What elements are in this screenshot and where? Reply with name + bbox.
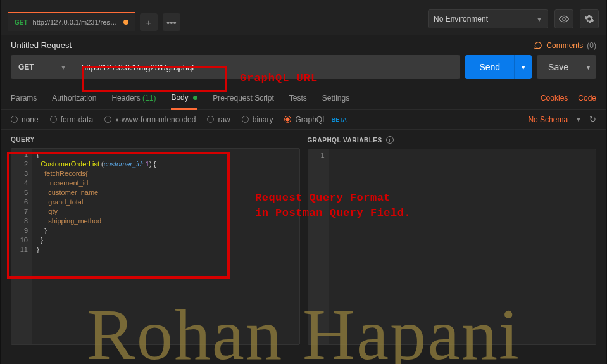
http-method-select[interactable]: GET ▼ [11, 55, 74, 79]
graphql-query-editor[interactable]: 1 2 3 4 5 6 7 8 9 10 11 { CustomerOrderL… [11, 148, 300, 345]
radio-icon [207, 116, 214, 123]
body-type-graphql[interactable]: GraphQLBETA [284, 115, 346, 124]
radio-icon [11, 116, 18, 123]
radio-icon [242, 116, 249, 123]
tab-overflow-button[interactable]: ••• [163, 13, 180, 31]
code-link[interactable]: Code [578, 94, 596, 103]
tab-settings[interactable]: Settings [322, 87, 349, 109]
svg-point-0 [563, 18, 565, 20]
tab-method-label: GET [15, 19, 28, 26]
chevron-down-icon: ▼ [536, 16, 542, 23]
environment-preview-button[interactable] [554, 9, 573, 28]
radio-icon [50, 116, 57, 123]
environment-label: No Environment [434, 15, 488, 23]
save-options-button[interactable]: ▼ [580, 55, 596, 79]
refresh-schema-button[interactable]: ↻ [589, 115, 596, 124]
eye-icon [559, 14, 569, 24]
environment-select[interactable]: No Environment ▼ [428, 9, 548, 28]
chevron-down-icon: ▼ [60, 64, 66, 71]
http-method-label: GET [18, 63, 34, 72]
tab-headers[interactable]: Headers (11) [111, 87, 156, 109]
body-type-raw[interactable]: raw [207, 115, 230, 124]
body-type-x-www-form-urlencoded[interactable]: x-www-form-urlencoded [104, 115, 196, 124]
line-gutter: 1 2 3 4 5 6 7 8 9 10 11 [11, 149, 32, 344]
info-icon[interactable]: i [386, 136, 394, 144]
tab-tests[interactable]: Tests [289, 87, 307, 109]
tab-body[interactable]: Body [171, 87, 197, 110]
tab-title: http://127.0.0.1/m231/rest/V1/... [33, 18, 118, 26]
settings-button[interactable] [580, 9, 599, 28]
graphql-variables-editor[interactable]: 1 [308, 149, 597, 345]
radio-icon [284, 116, 291, 123]
request-title[interactable]: Untitled Request [11, 41, 72, 50]
body-type-none[interactable]: none [11, 115, 39, 124]
comments-count: (0) [587, 41, 596, 50]
chevron-down-icon[interactable]: ▼ [575, 116, 582, 123]
body-type-form-data[interactable]: form-data [50, 115, 93, 124]
request-tab[interactable]: GET http://127.0.0.1/m231/rest/V1/... [8, 12, 135, 31]
tab-pre-request-script[interactable]: Pre-request Script [213, 87, 274, 109]
query-pane-header: QUERY [11, 130, 300, 148]
query-code[interactable]: { CustomerOrderList (customer_id: 1) { f… [32, 149, 161, 344]
new-tab-button[interactable]: + [140, 13, 158, 31]
radio-icon [104, 116, 111, 123]
save-button[interactable]: Save [537, 55, 580, 79]
body-type-binary[interactable]: binary [242, 115, 273, 124]
schema-select[interactable]: No Schema [528, 115, 568, 124]
comment-icon [534, 41, 542, 50]
unsaved-dot-icon [123, 20, 128, 25]
variables-pane-header: GRAPHQL VARIABLES i [308, 130, 597, 149]
send-options-button[interactable]: ▼ [514, 55, 532, 79]
url-input[interactable] [74, 55, 460, 79]
comments-label: Comments [546, 41, 583, 50]
gear-icon [584, 14, 594, 24]
line-gutter: 1 [308, 149, 329, 344]
body-changed-dot-icon [193, 96, 197, 100]
tab-params[interactable]: Params [11, 87, 37, 109]
send-button[interactable]: Send [465, 55, 514, 79]
comments-button[interactable]: Comments (0) [534, 41, 596, 50]
cookies-link[interactable]: Cookies [541, 94, 568, 103]
variables-code[interactable] [329, 149, 339, 344]
beta-badge: BETA [332, 116, 347, 123]
tab-authorization[interactable]: Authorization [52, 87, 96, 109]
